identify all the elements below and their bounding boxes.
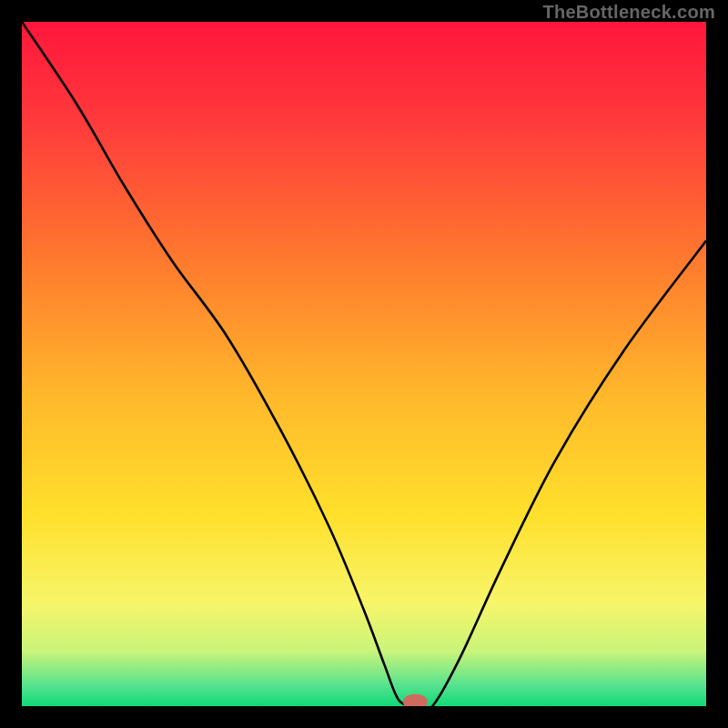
source-credit: TheBottleneck.com	[542, 2, 715, 23]
bottleneck-chart	[22, 22, 706, 706]
chart-container: TheBottleneck.com	[0, 0, 728, 728]
plot-area	[22, 22, 706, 706]
chart-background-gradient	[22, 22, 706, 706]
